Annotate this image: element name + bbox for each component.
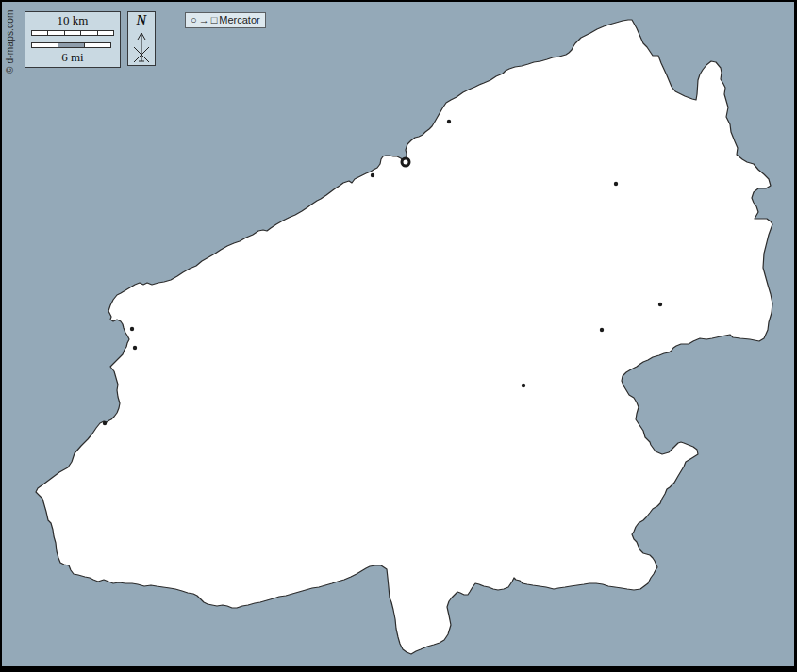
city-dot [103, 421, 107, 425]
city-dot [522, 384, 525, 387]
scale-segment [97, 30, 114, 36]
scale-segment [84, 42, 111, 48]
north-arrow-icon [129, 28, 154, 64]
city-dot [371, 173, 374, 177]
scale-segment [31, 42, 58, 48]
scale-km-bar [31, 30, 114, 36]
scale-segment [31, 30, 48, 36]
arrow-glyph-icon: → [199, 13, 209, 27]
scale-mi-label: 6 mi [25, 50, 120, 65]
projection-name: Mercator [219, 13, 259, 27]
region-map [2, 2, 794, 666]
scale-bar: 10 km 6 mi [25, 11, 121, 68]
city-dot [614, 182, 618, 186]
region-outline [36, 20, 772, 654]
capital-city-ring [402, 158, 409, 166]
copyright-watermark: © d-maps.com [5, 9, 15, 74]
map-canvas: © d-maps.com 10 km 6 mi N ○ → □ Mercator [0, 0, 797, 672]
scale-segment [64, 30, 81, 36]
north-indicator: N [127, 11, 156, 66]
city-dot [658, 303, 662, 306]
scale-segment [47, 30, 64, 36]
circle-glyph-icon: ○ [191, 13, 197, 27]
scale-km-label: 10 km [25, 13, 120, 28]
scale-segment [58, 42, 85, 48]
city-dot [447, 120, 451, 123]
scale-mi-bar [31, 42, 111, 48]
square-glyph-icon: □ [211, 13, 218, 27]
city-dot [133, 346, 137, 350]
city-dot [130, 327, 134, 331]
north-label: N [128, 12, 155, 28]
scale-segment [80, 30, 97, 36]
projection-label: ○ → □ Mercator [185, 12, 266, 28]
city-dot [600, 328, 604, 332]
